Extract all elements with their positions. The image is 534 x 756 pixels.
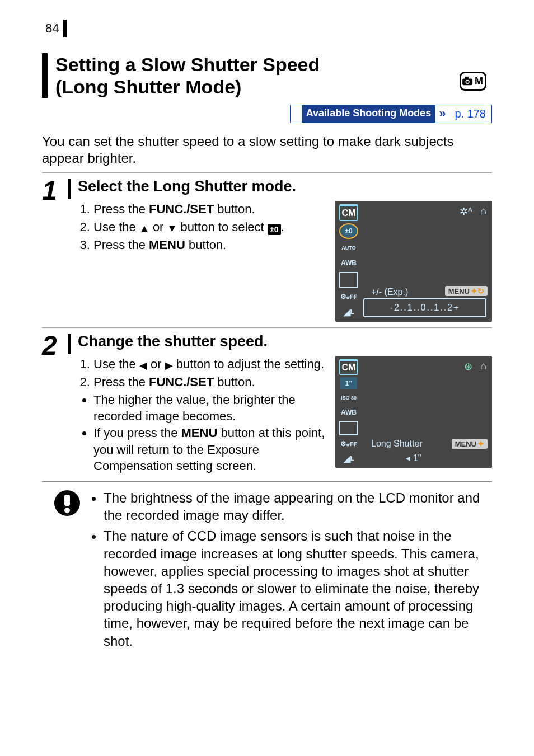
divider: [42, 172, 492, 173]
ss-sidebar: CM 1" ISO 80 AWB ⚙ₒғғ ◢L: [339, 359, 359, 464]
step-2: 2 Change the shutter speed. Use the ◀ or…: [42, 333, 492, 475]
ss-drive-icon: [339, 272, 358, 288]
ss-cm-icon: CM: [339, 359, 358, 375]
menu-label: MENU: [448, 287, 470, 295]
camera-screenshot-2: ⊛ ⌂ CM 1" ISO 80 AWB ⚙ₒғғ ◢L Long Shutte…: [335, 356, 492, 468]
caution-block: The brightness of the image appearing on…: [42, 481, 492, 653]
text: button.: [185, 238, 226, 252]
ss-shutter-value-icon: 1": [340, 377, 357, 389]
text: .: [281, 220, 284, 234]
step-heading: Select the Long Shutter mode.: [78, 178, 492, 195]
chevron-right-icon: »: [435, 105, 449, 123]
ss-cm-icon: CM: [339, 204, 358, 221]
page-number-divider: [63, 20, 67, 37]
section-title: Setting a Slow Shutter Speed (Long Shutt…: [42, 53, 492, 98]
step-bar: [68, 334, 71, 354]
available-modes-label: Available Shooting Modes: [302, 105, 435, 123]
step-heading: Change the shutter speed.: [78, 333, 492, 350]
instruction-item: Use the ▲ or ▼ button to select ±0.: [93, 219, 326, 236]
text: or: [147, 357, 165, 371]
available-modes-box: Available Shooting Modes » p. 178: [290, 105, 492, 123]
ss-menu-pill: MENU✦↻: [445, 286, 488, 296]
text: Press the: [93, 202, 149, 216]
ss-iso-auto-icon: AUTO: [340, 241, 357, 255]
ss-iso-icon: ISO 80: [340, 392, 357, 404]
step-number: 2: [42, 333, 68, 475]
flash-auto-icon: ✲ᴬ: [460, 205, 472, 218]
page-number: 84: [45, 21, 59, 36]
intro-text: You can set the shutter speed to a slow …: [42, 133, 492, 167]
instruction-item: Press the MENU button.: [93, 237, 326, 253]
step-number: 1: [42, 178, 68, 322]
text: Use the: [93, 357, 139, 371]
ss-mode-label: Long Shutter: [371, 439, 423, 449]
ss-sidebar: CM ±0 AUTO AWB ⚙ₒғғ ◢L: [339, 204, 359, 318]
instruction-item: Press the FUNC./SET button.: [93, 374, 326, 391]
ss-menu-pill: MENU✦: [452, 439, 488, 449]
ss-mode-label: +/- (Exp.): [371, 287, 408, 297]
page-header: 84: [45, 20, 492, 37]
ss-size-icon: ◢L: [340, 306, 357, 319]
ss-awb-icon: AWB: [340, 256, 357, 270]
swirl-icon: ✦: [477, 439, 484, 448]
instruction-item: Use the ◀ or ▶ button to adjust the sett…: [93, 356, 326, 373]
text: If you press the: [93, 426, 181, 440]
step-instructions: Use the ◀ or ▶ button to adjust the sett…: [78, 356, 326, 475]
step-instructions: Press the FUNC./SET button. Use the ▲ or…: [78, 201, 326, 322]
title-line-1: Setting a Slow Shutter Speed: [55, 54, 320, 75]
text: button to select: [177, 220, 267, 234]
caution-item: The nature of CCD image sensors is such …: [104, 527, 492, 649]
swirl-icon: ✦↻: [471, 287, 484, 295]
text: Press the: [93, 375, 149, 389]
svg-rect-1: [465, 77, 469, 79]
ss-exposure-scale: -2..1..0..1..2+: [363, 298, 486, 317]
ss-shutter-value: ◂ 1": [335, 453, 492, 463]
up-arrow-icon: ▲: [139, 222, 149, 235]
ss-drive-icon: [339, 421, 358, 435]
mode-letter: M: [475, 76, 483, 87]
left-arrow-icon: ◀: [139, 359, 147, 372]
text: button to adjust the setting.: [173, 357, 324, 371]
svg-point-3: [466, 81, 469, 83]
step-content: Select the Long Shutter mode. Press the …: [78, 178, 492, 322]
page: 84 Setting a Slow Shutter Speed (Long Sh…: [0, 0, 534, 756]
title-bar: [42, 53, 48, 98]
svg-point-6: [64, 508, 70, 513]
title-text: Setting a Slow Shutter Speed (Long Shutt…: [55, 53, 320, 98]
button-name: MENU: [181, 426, 218, 440]
step-bar: [68, 179, 71, 199]
instruction-item: Press the FUNC./SET button.: [93, 201, 326, 218]
button-name: FUNC./SET: [149, 202, 214, 216]
text: button.: [214, 202, 255, 216]
ss-off-icon: ⚙ₒғғ: [340, 290, 357, 303]
button-name: MENU: [149, 238, 185, 252]
bullet-item: If you press the MENU button at this poi…: [93, 425, 326, 475]
step-1: 1 Select the Long Shutter mode. Press th…: [42, 178, 492, 322]
orientation-icon: ⌂: [480, 205, 486, 218]
divider: [42, 327, 492, 328]
available-modes-link[interactable]: p. 178: [449, 105, 491, 123]
caution-item: The brightness of the image appearing on…: [104, 489, 492, 524]
ss-status-icons: ⊛ ⌂: [464, 360, 486, 373]
ss-exposure-icon: ±0: [339, 223, 358, 239]
text: Press the: [93, 238, 149, 252]
ss-off-icon: ⚙ₒғғ: [340, 438, 357, 450]
right-arrow-icon: ▶: [165, 359, 173, 372]
ss-status-icons: ✲ᴬ ⌂: [460, 205, 486, 218]
text: Use the: [93, 220, 139, 234]
bullet-item: The higher the value, the brighter the r…: [93, 392, 326, 425]
down-arrow-icon: ▼: [167, 222, 177, 235]
button-name: FUNC./SET: [149, 375, 214, 389]
orientation-icon: ⌂: [480, 360, 486, 373]
camera-mode-icon: M: [460, 72, 486, 91]
text: button.: [214, 375, 255, 389]
camera-glyph-icon: [462, 76, 474, 86]
menu-label: MENU: [455, 440, 476, 448]
camera-screenshot-1: ✲ᴬ ⌂ CM ±0 AUTO AWB ⚙ₒғғ ◢L +/- (Exp.): [335, 201, 492, 322]
caution-list: The brightness of the image appearing on…: [91, 489, 492, 653]
exposure-icon: ±0: [268, 224, 281, 235]
text: or: [149, 220, 167, 234]
caution-icon: [53, 489, 81, 517]
step-content: Change the shutter speed. Use the ◀ or ▶…: [78, 333, 492, 475]
title-line-2: (Long Shutter Mode): [55, 76, 241, 97]
